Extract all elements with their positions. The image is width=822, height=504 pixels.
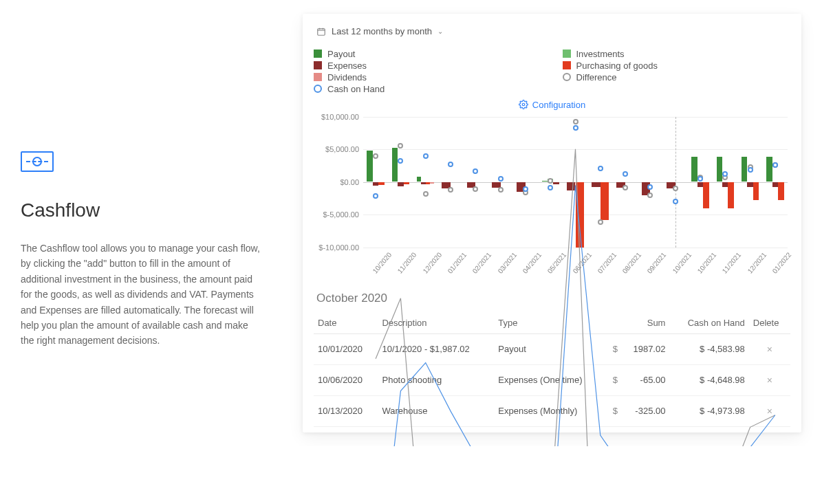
legend-item[interactable]: Expenses xyxy=(314,61,542,71)
legend-item[interactable]: Purchasing of goods xyxy=(563,61,791,71)
legend-label: Expenses xyxy=(327,61,367,71)
x-tick: 07/2021 xyxy=(596,250,618,274)
y-tick: $-5,000.00 xyxy=(314,210,359,219)
legend-label: Dividends xyxy=(327,72,367,83)
gear-icon xyxy=(519,100,528,109)
chart-point xyxy=(598,166,603,171)
x-tick: 09/2021 xyxy=(646,250,668,274)
chart-point xyxy=(772,162,778,168)
x-tick: 12/2021 xyxy=(746,250,768,274)
chart-point xyxy=(373,193,378,199)
legend-swatch xyxy=(563,73,571,81)
legend-swatch xyxy=(563,61,571,69)
x-tick: 10/2020 xyxy=(371,250,393,274)
chart-point xyxy=(697,176,703,182)
legend-swatch xyxy=(314,85,322,93)
svg-rect-0 xyxy=(318,28,325,34)
chart-point xyxy=(722,171,728,177)
legend-item[interactable]: Difference xyxy=(563,72,791,83)
chart-legend: PayoutInvestmentsExpensesPurchasing of g… xyxy=(314,49,790,94)
chart-line xyxy=(363,117,788,446)
chart-point xyxy=(573,125,578,131)
legend-label: Cash on Hand xyxy=(327,84,385,94)
chart-point xyxy=(623,171,628,177)
chart-point xyxy=(473,168,478,174)
x-tick: 12/2020 xyxy=(421,250,443,274)
y-tick: $-10,000.00 xyxy=(314,243,359,252)
x-tick: 01/2021 xyxy=(446,250,468,274)
legend-label: Purchasing of goods xyxy=(576,61,658,71)
page-description: The Cashflow tool allows you to manage y… xyxy=(21,241,261,349)
cashflow-panel: Last 12 months by month ⌄ PayoutInvestme… xyxy=(303,14,801,432)
x-tick: 11/2020 xyxy=(396,250,418,274)
legend-item[interactable]: Dividends xyxy=(314,72,542,83)
chevron-down-icon: ⌄ xyxy=(437,28,443,35)
x-tick: 06/2021 xyxy=(571,250,593,274)
y-tick: $0.00 xyxy=(314,178,359,186)
legend-item[interactable]: Payout xyxy=(314,49,542,59)
cash-icon xyxy=(21,151,54,172)
x-tick: 03/2021 xyxy=(496,250,518,274)
cashflow-chart: $10,000.00$5,000.00$0.00$-5,000.00$-10,0… xyxy=(314,117,790,275)
y-tick: $10,000.00 xyxy=(314,113,359,121)
calendar-icon xyxy=(316,27,326,36)
chart-point xyxy=(423,153,429,159)
x-tick: 01/2022 xyxy=(770,250,792,274)
legend-item[interactable]: Investments xyxy=(563,49,791,59)
x-tick: 04/2021 xyxy=(521,250,543,274)
x-tick: 02/2021 xyxy=(471,250,493,274)
period-label: Last 12 months by month xyxy=(332,26,432,36)
chart-point xyxy=(548,185,553,190)
legend-swatch xyxy=(314,50,322,58)
svg-point-1 xyxy=(522,103,525,106)
page-title: Cashflow xyxy=(21,199,261,221)
x-tick: 10/2021 xyxy=(671,250,693,274)
chart-point xyxy=(398,158,403,164)
chart-point xyxy=(498,176,504,182)
x-tick: 10/2021 xyxy=(696,250,718,274)
chart-point xyxy=(748,167,753,173)
configuration-link[interactable]: Configuration xyxy=(314,100,790,110)
legend-label: Difference xyxy=(576,72,617,83)
legend-label: Investments xyxy=(576,49,625,59)
x-tick: 11/2021 xyxy=(721,250,743,274)
period-picker[interactable]: Last 12 months by month ⌄ xyxy=(314,25,446,38)
chart-point xyxy=(647,184,653,190)
legend-item[interactable]: Cash on Hand xyxy=(314,84,542,94)
chart-point xyxy=(673,199,678,204)
x-tick: 05/2021 xyxy=(546,250,568,274)
legend-swatch xyxy=(314,73,322,81)
legend-label: Payout xyxy=(327,49,355,59)
legend-swatch xyxy=(314,61,322,69)
x-tick: 08/2021 xyxy=(621,250,643,274)
legend-swatch xyxy=(563,50,571,58)
y-tick: $5,000.00 xyxy=(314,145,359,153)
chart-point xyxy=(523,186,528,192)
chart-point xyxy=(448,162,453,167)
